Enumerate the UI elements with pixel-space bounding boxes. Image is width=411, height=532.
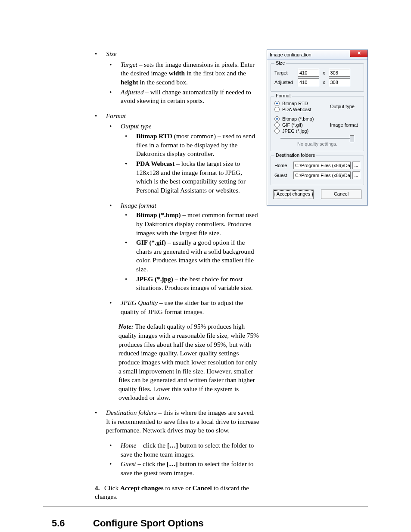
radio-icon [274,128,280,134]
guest-folder-label: Guest [274,173,293,178]
format-legend: Format [274,93,292,98]
bmp-item: Bitmap (*.bmp) – most common format used… [125,211,260,237]
destination-folders-item: Destination folders – this is where the … [95,408,260,435]
target-width-input[interactable]: 410 [298,69,319,77]
close-icon: ✕ [357,50,361,56]
size-legend: Size [274,60,286,65]
radio-label: GIF (*.gif) [282,122,303,128]
adjusted-height-input[interactable]: 308 [329,78,350,86]
output-type-pda-radio[interactable]: PDA Webcast [274,107,330,112]
adjusted-width-input[interactable]: 410 [298,78,319,86]
accept-changes-button[interactable]: Accept changes [273,190,314,199]
size-group: Size Target 410 x 308 Adjusted 410 x 308 [271,63,364,92]
cancel-button[interactable]: Cancel [321,190,361,199]
step-4: 4.Click Accept changes to save or Cancel… [95,484,260,501]
slider-thumb-icon [350,135,354,142]
radio-label: Bitmap (*.bmp) [282,116,314,121]
format-heading: Format [95,112,260,121]
image-format-jpeg-radio[interactable]: JPEG (*.jpg) [274,128,330,134]
radio-label: JPEG (*.jpg) [282,128,308,134]
guest-browse-button[interactable]: ... [352,171,360,179]
radio-icon [274,122,280,128]
destination-legend: Destination folders [274,152,316,158]
target-item: Target – sets the image dimensions in pi… [109,60,260,87]
image-configuration-dialog: Image configuration ✕ Size Target 410 x … [267,50,368,205]
radio-label: Bitmap RTD [282,101,308,106]
output-type-label: Output type [330,104,360,109]
no-quality-label: No quality settings. [274,141,360,146]
target-label: Target [274,70,298,75]
footer-rule [43,507,368,507]
section-5-6-heading: 5.6Configure Sport Options [52,517,260,530]
adjusted-label: Adjusted [274,80,298,85]
home-folder-label: Home [274,163,293,168]
home-browse-button[interactable]: ... [352,162,360,169]
guest-folder-input[interactable]: C:\Program Files (x86)\Daktron [293,171,351,179]
output-type-bitmap-rtd-radio[interactable]: Bitmap RTD [274,101,330,106]
size-heading: Size [95,50,260,59]
target-x: x [323,70,325,75]
radio-label: PDA Webcast [282,107,311,112]
image-format-heading: Image format [109,201,260,210]
radio-icon [274,107,280,112]
document-body: Size Target – sets the image dimensions … [52,50,260,532]
guest-item: Guest – click the […] button to select t… [109,460,260,477]
image-format-bmp-radio[interactable]: Bitmap (*.bmp) [274,116,330,121]
home-item: Home – click the […] button to select th… [109,441,260,459]
gif-item: GIF (*.gif) – usually a good option if t… [125,238,260,274]
jpeg-quality-slider[interactable] [280,138,354,139]
home-folder-input[interactable]: C:\Program Files (x86)\Daktron [293,162,351,169]
image-format-label: Image format [330,122,360,128]
dialog-titlebar[interactable]: Image configuration ✕ [267,50,367,60]
dialog-title: Image configuration [270,52,311,57]
format-group: Format Bitmap RTD PDA Webcast [271,96,364,151]
bitmap-rtd-item: Bitmap RTD (most common) – used to send … [125,132,260,159]
target-height-input[interactable]: 308 [329,69,350,77]
adjusted-item: Adjusted – will change automatically if … [109,88,260,106]
adjusted-x: x [323,80,325,85]
image-format-gif-radio[interactable]: GIF (*.gif) [274,122,330,128]
pda-webcast-item: PDA Webcast – locks the target size to 1… [125,159,260,195]
note-paragraph: Note: The default quality of 95% produce… [118,322,260,402]
output-type-heading: Output type [109,122,260,131]
close-button[interactable]: ✕ [350,50,367,57]
jpeg-item: JPEG (*.jpg) – the best choice for most … [125,275,260,292]
destination-folders-group: Destination folders Home C:\Program File… [271,156,364,185]
radio-icon [274,116,280,121]
jpeg-quality-item: JPEG Quality – use the slider bar to adj… [109,299,260,316]
radio-icon [274,101,280,106]
